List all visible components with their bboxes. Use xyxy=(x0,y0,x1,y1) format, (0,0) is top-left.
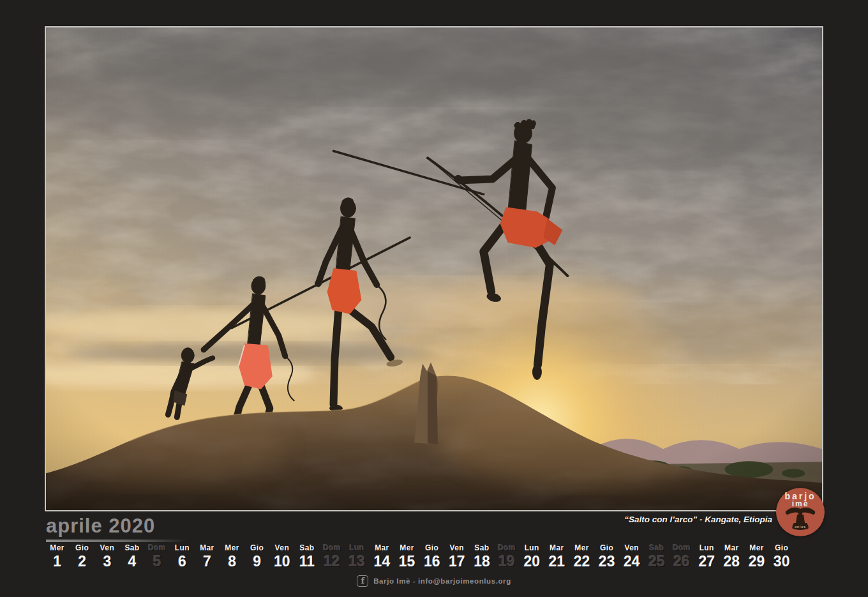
calendar-day-12: Dom12 xyxy=(320,543,345,569)
weekday-label: Mar xyxy=(370,543,394,552)
calendar-day-2: Gio2 xyxy=(70,543,94,569)
day-number: 16 xyxy=(419,554,444,569)
calendar-day-22: Mer22 xyxy=(569,543,594,569)
day-number: 22 xyxy=(569,554,594,569)
calendar-day-20: Lun20 xyxy=(520,543,544,569)
calendar-day-13: Lun13 xyxy=(345,543,370,569)
weekday-label: Ven xyxy=(94,543,119,552)
logo-text-onlus: onlus xyxy=(795,525,806,529)
calendar-day-18: Sab18 xyxy=(469,543,494,569)
calendar-day-17: Ven17 xyxy=(444,543,469,569)
weekday-label: Gio xyxy=(419,543,444,552)
day-number: 18 xyxy=(469,554,494,569)
day-number: 26 xyxy=(670,554,694,569)
day-number: 12 xyxy=(320,554,345,569)
calendar-day-26: Dom26 xyxy=(670,543,694,569)
calendar-day-4: Sab4 xyxy=(119,543,144,569)
day-number: 19 xyxy=(495,554,520,569)
month-title: aprile 2020 xyxy=(46,516,155,536)
calendar-day-14: Mar14 xyxy=(370,543,394,569)
weekday-label: Mar xyxy=(195,543,220,552)
calendar-day-28: Mar28 xyxy=(719,543,744,569)
weekday-label: Lun xyxy=(170,543,195,552)
weekday-label: Dom xyxy=(495,543,520,552)
barjo-ime-logo: barjo imè onlus xyxy=(776,488,825,536)
calendar-day-24: Ven24 xyxy=(619,543,644,569)
weekday-label: Gio xyxy=(70,543,94,552)
calendar-day-15: Mer15 xyxy=(394,543,419,569)
day-number: 24 xyxy=(619,554,644,569)
day-number: 30 xyxy=(769,554,794,569)
calendar-photo xyxy=(45,26,823,511)
weekday-label: Mar xyxy=(719,543,744,552)
weekday-label: Mer xyxy=(744,543,769,552)
weekday-label: Ven xyxy=(269,543,294,552)
weekday-label: Gio xyxy=(769,543,794,552)
weekday-label: Lun xyxy=(520,543,544,552)
calendar-day-5: Dom5 xyxy=(145,543,170,569)
weekday-label: Sab xyxy=(119,543,144,552)
calendar-day-16: Gio16 xyxy=(419,543,444,569)
weekday-label: Mar xyxy=(544,543,569,552)
calendar-day-3: Ven3 xyxy=(94,543,119,569)
photo-scene xyxy=(46,27,822,510)
day-number: 14 xyxy=(370,554,394,569)
weekday-label: Dom xyxy=(320,543,345,552)
day-number: 9 xyxy=(244,554,269,569)
day-number: 15 xyxy=(394,554,419,569)
calendar-day-21: Mar21 xyxy=(544,543,569,569)
weekday-label: Ven xyxy=(444,543,469,552)
calendar-strip: Mer1Gio2Ven3Sab4Dom5Lun6Mar7Mer8Gio9Ven1… xyxy=(45,543,794,569)
calendar-day-19: Dom19 xyxy=(495,543,520,569)
day-number: 23 xyxy=(594,554,619,569)
day-number: 25 xyxy=(644,554,669,569)
weekday-label: Gio xyxy=(594,543,619,552)
calendar-day-29: Mer29 xyxy=(744,543,769,569)
calendar-day-1: Mer1 xyxy=(45,543,70,569)
weekday-label: Gio xyxy=(244,543,269,552)
day-number: 17 xyxy=(444,554,469,569)
day-number: 6 xyxy=(170,554,195,569)
weekday-label: Mer xyxy=(394,543,419,552)
day-number: 7 xyxy=(195,554,220,569)
weekday-label: Sab xyxy=(294,543,319,552)
weekday-label: Sab xyxy=(469,543,494,552)
calendar-day-10: Ven10 xyxy=(269,543,294,569)
weekday-label: Ven xyxy=(619,543,644,552)
weekday-label: Dom xyxy=(145,543,170,552)
weekday-label: Mer xyxy=(569,543,594,552)
day-number: 3 xyxy=(94,554,119,569)
calendar-day-23: Gio23 xyxy=(594,543,619,569)
headrest-icon: onlus xyxy=(784,506,817,531)
weekday-label: Lun xyxy=(345,543,370,552)
facebook-icon: f xyxy=(357,575,368,587)
calendar-day-6: Lun6 xyxy=(170,543,195,569)
weekday-label: Mer xyxy=(45,543,70,552)
day-number: 10 xyxy=(269,554,294,569)
day-number: 5 xyxy=(145,554,170,569)
calendar-day-25: Sab25 xyxy=(644,543,669,569)
footer: f Barjo Imè - info@barjoimeonlus.org xyxy=(0,575,868,587)
day-number: 27 xyxy=(694,554,719,569)
calendar-day-27: Lun27 xyxy=(694,543,719,569)
weekday-label: Dom xyxy=(670,543,694,552)
calendar-day-9: Gio9 xyxy=(244,543,269,569)
footer-contact-text: Barjo Imè - info@barjoimeonlus.org xyxy=(373,577,511,585)
day-number: 21 xyxy=(544,554,569,569)
weekday-label: Mer xyxy=(220,543,244,552)
weekday-label: Sab xyxy=(644,543,669,552)
title-underline xyxy=(46,540,188,542)
day-number: 20 xyxy=(520,554,544,569)
day-number: 8 xyxy=(220,554,244,569)
day-number: 11 xyxy=(294,554,319,569)
photo-caption: “Salto con l’arco” - Kangate, Etiopia xyxy=(624,515,772,524)
day-number: 2 xyxy=(70,554,94,569)
day-number: 1 xyxy=(45,554,70,569)
day-number: 29 xyxy=(744,554,769,569)
day-number: 13 xyxy=(345,554,370,569)
calendar-day-11: Sab11 xyxy=(294,543,319,569)
day-number: 4 xyxy=(119,554,144,569)
calendar-day-7: Mar7 xyxy=(195,543,220,569)
day-number: 28 xyxy=(719,554,744,569)
calendar-day-30: Gio30 xyxy=(769,543,794,569)
